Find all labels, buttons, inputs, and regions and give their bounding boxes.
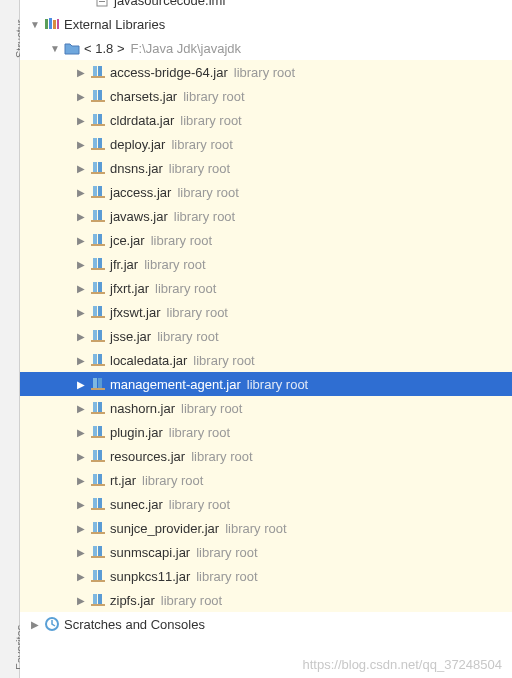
libraries-icon bbox=[44, 16, 60, 32]
svg-rect-70 bbox=[91, 556, 105, 558]
jar-label: jfr.jar bbox=[110, 257, 138, 272]
chevron-right-icon[interactable]: ▶ bbox=[74, 305, 88, 319]
chevron-right-icon[interactable]: ▶ bbox=[74, 593, 88, 607]
chevron-right-icon[interactable]: ▶ bbox=[74, 473, 88, 487]
jar-icon bbox=[90, 328, 106, 344]
chevron-right-icon[interactable]: ▶ bbox=[74, 161, 88, 175]
file-icon bbox=[94, 0, 110, 8]
tree-item-jar[interactable]: ▶sunjce_provider.jarlibrary root bbox=[20, 516, 512, 540]
tree-item-jar[interactable]: ▶charsets.jarlibrary root bbox=[20, 84, 512, 108]
svg-rect-6 bbox=[53, 20, 56, 29]
tree-item-jar[interactable]: ▶jfxswt.jarlibrary root bbox=[20, 300, 512, 324]
tree-item-jar[interactable]: ▶jce.jarlibrary root bbox=[20, 228, 512, 252]
svg-rect-34 bbox=[91, 268, 105, 270]
chevron-right-icon[interactable]: ▶ bbox=[74, 233, 88, 247]
jar-icon bbox=[90, 160, 106, 176]
tree-item-jar[interactable]: ▶jsse.jarlibrary root bbox=[20, 324, 512, 348]
jar-icon bbox=[90, 496, 106, 512]
svg-rect-0 bbox=[97, 0, 107, 6]
chevron-right-icon[interactable]: ▶ bbox=[74, 209, 88, 223]
jar-label: javaws.jar bbox=[110, 209, 168, 224]
jar-label: jce.jar bbox=[110, 233, 145, 248]
tree-item-file[interactable]: ▶ javasourcecode.iml bbox=[20, 0, 512, 12]
chevron-down-icon[interactable]: ▼ bbox=[28, 17, 42, 31]
jar-label: sunec.jar bbox=[110, 497, 163, 512]
tree-item-jar[interactable]: ▶sunec.jarlibrary root bbox=[20, 492, 512, 516]
svg-rect-28 bbox=[91, 220, 105, 222]
tree-item-jar[interactable]: ▶dnsns.jarlibrary root bbox=[20, 156, 512, 180]
chevron-right-icon[interactable]: ▶ bbox=[74, 89, 88, 103]
tree-item-jar[interactable]: ▶jfr.jarlibrary root bbox=[20, 252, 512, 276]
jar-label: jfxrt.jar bbox=[110, 281, 149, 296]
jar-icon bbox=[90, 184, 106, 200]
tree-item-jar[interactable]: ▶management-agent.jarlibrary root bbox=[20, 372, 512, 396]
library-root-label: library root bbox=[247, 377, 308, 392]
jdk-prefix: < 1.8 > bbox=[84, 41, 124, 56]
library-root-label: library root bbox=[181, 401, 242, 416]
tree-item-jar[interactable]: ▶nashorn.jarlibrary root bbox=[20, 396, 512, 420]
jar-label: resources.jar bbox=[110, 449, 185, 464]
tree-item-jar[interactable]: ▶jfxrt.jarlibrary root bbox=[20, 276, 512, 300]
chevron-right-icon[interactable]: ▶ bbox=[28, 617, 42, 631]
svg-rect-5 bbox=[49, 18, 52, 29]
svg-rect-64 bbox=[91, 508, 105, 510]
jar-icon bbox=[90, 472, 106, 488]
library-root-label: library root bbox=[161, 593, 222, 608]
tree-item-jar[interactable]: ▶javaws.jarlibrary root bbox=[20, 204, 512, 228]
chevron-right-icon[interactable]: ▶ bbox=[74, 545, 88, 559]
jar-label: rt.jar bbox=[110, 473, 136, 488]
tree-item-jar[interactable]: ▶resources.jarlibrary root bbox=[20, 444, 512, 468]
jar-icon bbox=[90, 352, 106, 368]
scratches-label: Scratches and Consoles bbox=[64, 617, 205, 632]
tree-item-jar[interactable]: ▶access-bridge-64.jarlibrary root bbox=[20, 60, 512, 84]
jar-label: jsse.jar bbox=[110, 329, 151, 344]
tree-item-jar[interactable]: ▶localedata.jarlibrary root bbox=[20, 348, 512, 372]
tree-item-jar[interactable]: ▶rt.jarlibrary root bbox=[20, 468, 512, 492]
chevron-right-icon[interactable]: ▶ bbox=[74, 257, 88, 271]
jar-icon bbox=[90, 400, 106, 416]
library-root-label: library root bbox=[142, 473, 203, 488]
library-root-label: library root bbox=[183, 89, 244, 104]
jar-label: zipfs.jar bbox=[110, 593, 155, 608]
chevron-right-icon[interactable]: ▶ bbox=[74, 329, 88, 343]
chevron-right-icon[interactable]: ▶ bbox=[74, 449, 88, 463]
chevron-right-icon[interactable]: ▶ bbox=[74, 401, 88, 415]
tree-item-jar[interactable]: ▶sunpkcs11.jarlibrary root bbox=[20, 564, 512, 588]
tree-item-jar[interactable]: ▶plugin.jarlibrary root bbox=[20, 420, 512, 444]
svg-rect-19 bbox=[91, 148, 105, 150]
jar-icon bbox=[90, 520, 106, 536]
chevron-right-icon[interactable]: ▶ bbox=[74, 185, 88, 199]
jar-icon bbox=[90, 112, 106, 128]
jar-label: deploy.jar bbox=[110, 137, 165, 152]
chevron-down-icon[interactable]: ▼ bbox=[48, 41, 62, 55]
chevron-right-icon[interactable]: ▶ bbox=[74, 113, 88, 127]
tree-item-jar[interactable]: ▶deploy.jarlibrary root bbox=[20, 132, 512, 156]
tree-item-jdk[interactable]: ▼ < 1.8 > F:\Java Jdk\javajdk bbox=[20, 36, 512, 60]
chevron-right-icon[interactable]: ▶ bbox=[74, 281, 88, 295]
library-root-label: library root bbox=[225, 521, 286, 536]
chevron-right-icon[interactable]: ▶ bbox=[74, 569, 88, 583]
library-root-label: library root bbox=[174, 209, 235, 224]
svg-rect-13 bbox=[91, 100, 105, 102]
jar-label: access-bridge-64.jar bbox=[110, 65, 228, 80]
chevron-right-icon[interactable]: ▶ bbox=[74, 497, 88, 511]
library-root-label: library root bbox=[193, 353, 254, 368]
tree-item-jar[interactable]: ▶cldrdata.jarlibrary root bbox=[20, 108, 512, 132]
chevron-right-icon[interactable]: ▶ bbox=[74, 425, 88, 439]
library-root-label: library root bbox=[234, 65, 295, 80]
tree-item-jar[interactable]: ▶sunmscapi.jarlibrary root bbox=[20, 540, 512, 564]
tree-item-external-libraries[interactable]: ▼ External Libraries bbox=[20, 12, 512, 36]
chevron-right-icon[interactable]: ▶ bbox=[74, 137, 88, 151]
chevron-right-icon[interactable]: ▶ bbox=[74, 65, 88, 79]
chevron-right-icon[interactable]: ▶ bbox=[74, 353, 88, 367]
chevron-right-icon[interactable]: ▶ bbox=[74, 377, 88, 391]
jar-icon bbox=[90, 568, 106, 584]
tree-item-jar[interactable]: ▶zipfs.jarlibrary root bbox=[20, 588, 512, 612]
chevron-right-icon[interactable]: ▶ bbox=[74, 521, 88, 535]
tree-item-jar[interactable]: ▶jaccess.jarlibrary root bbox=[20, 180, 512, 204]
tree-item-scratches[interactable]: ▶ Scratches and Consoles bbox=[20, 612, 512, 636]
jar-icon bbox=[90, 256, 106, 272]
library-root-label: library root bbox=[180, 113, 241, 128]
jar-icon bbox=[90, 448, 106, 464]
svg-rect-76 bbox=[91, 604, 105, 606]
